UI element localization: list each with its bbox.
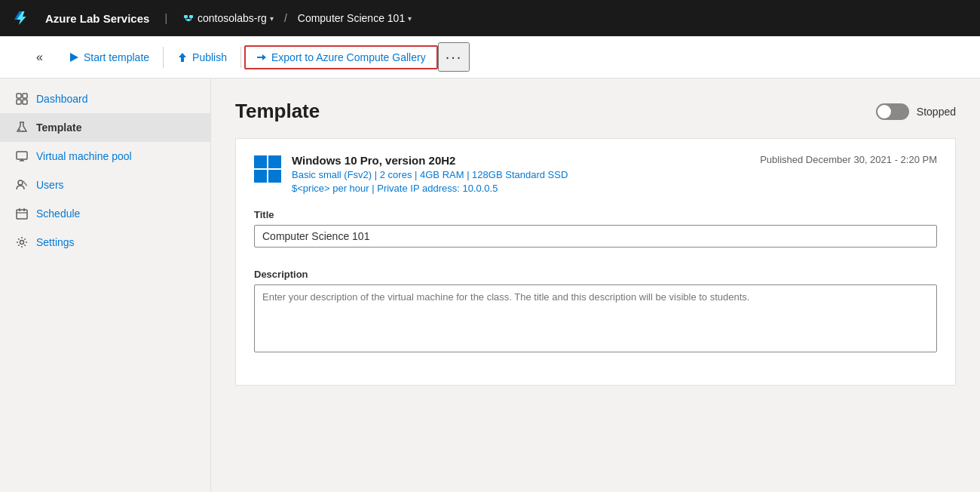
svg-rect-11 — [17, 94, 21, 98]
publish-button[interactable]: Publish — [167, 47, 237, 68]
schedule-icon — [15, 207, 29, 220]
sidebar-item-template[interactable]: Template — [0, 113, 210, 142]
breadcrumb-resource-group[interactable]: contosolabs-rg ▾ — [182, 12, 274, 24]
sidebar-vm-pool-label: Virtual machine pool — [36, 150, 132, 162]
toolbar-divider-2 — [240, 47, 241, 68]
svg-point-25 — [20, 241, 24, 244]
svg-point-15 — [19, 129, 20, 131]
toolbar-divider-1 — [163, 47, 164, 68]
title-label: Title — [254, 209, 937, 220]
dashboard-icon — [15, 92, 29, 106]
sidebar-item-users[interactable]: Users — [0, 171, 210, 199]
svg-rect-28 — [254, 170, 267, 183]
svg-rect-14 — [23, 100, 27, 104]
export-icon — [256, 52, 267, 63]
svg-rect-17 — [17, 152, 27, 159]
export-label: Export to Azure Compute Gallery — [271, 51, 426, 63]
resource-group-chevron-icon: ▾ — [270, 14, 274, 23]
publish-label: Publish — [192, 51, 227, 63]
sidebar-item-vm-pool[interactable]: Virtual machine pool — [0, 142, 210, 171]
main-layout: Dashboard Template V — [0, 78, 980, 492]
more-options-button[interactable]: ··· — [438, 42, 470, 72]
title-section: Title — [254, 209, 937, 260]
content-header: Template Stopped — [235, 100, 956, 123]
sidebar-dashboard-label: Dashboard — [36, 93, 88, 105]
breadcrumb-lab[interactable]: Computer Science 101 ▾ — [298, 12, 412, 24]
svg-rect-29 — [268, 170, 281, 183]
content-area: Template Stopped Windows 10 Pro, version — [211, 78, 980, 492]
svg-rect-21 — [17, 210, 27, 219]
description-section: Description — [254, 269, 937, 355]
publish-icon — [177, 52, 188, 63]
sidebar-template-label: Template — [36, 121, 81, 134]
svg-point-16 — [22, 131, 23, 132]
svg-marker-7 — [70, 53, 78, 62]
vm-specs: Basic small (Fsv2) | 2 cores | 4GB RAM |… — [292, 169, 749, 180]
start-template-icon — [69, 52, 79, 63]
page-title: Template — [235, 100, 320, 123]
svg-marker-10 — [262, 54, 266, 60]
lab-name-label: Computer Science 101 — [298, 12, 405, 24]
start-template-button[interactable]: Start template — [58, 47, 160, 68]
vm-name: Windows 10 Pro, version 20H2 — [292, 154, 749, 167]
topbar: Azure Lab Services | contosolabs-rg ▾ / … — [0, 0, 980, 36]
vm-status-toggle[interactable] — [876, 103, 909, 120]
windows-logo-icon — [254, 155, 281, 183]
lab-chevron-icon: ▾ — [408, 14, 412, 23]
sidebar-item-settings[interactable]: Settings — [0, 228, 210, 257]
title-input[interactable] — [254, 225, 937, 248]
description-label: Description — [254, 269, 937, 280]
description-textarea[interactable] — [254, 284, 937, 352]
resource-group-icon — [182, 12, 194, 24]
sidebar-settings-label: Settings — [36, 236, 75, 248]
svg-rect-0 — [184, 15, 188, 18]
vm-info-row: Windows 10 Pro, version 20H2 Basic small… — [254, 154, 937, 194]
sidebar-item-dashboard[interactable]: Dashboard — [0, 85, 210, 113]
export-to-gallery-button[interactable]: Export to Azure Compute Gallery — [244, 45, 438, 69]
vm-details: Windows 10 Pro, version 20H2 Basic small… — [292, 154, 749, 194]
sidebar-schedule-label: Schedule — [36, 208, 80, 220]
sidebar-item-schedule[interactable]: Schedule — [0, 199, 210, 228]
svg-rect-26 — [254, 155, 267, 168]
svg-rect-1 — [189, 15, 193, 18]
vm-price: $<price> per hour | Private IP address: … — [292, 183, 749, 194]
template-icon — [15, 121, 29, 134]
svg-rect-9 — [257, 57, 263, 58]
app-title: Azure Lab Services — [45, 12, 149, 25]
svg-rect-12 — [23, 94, 27, 98]
toolbar: « Start template Publish Export to Azure… — [0, 36, 980, 78]
status-label: Stopped — [917, 106, 956, 118]
vm-card: Windows 10 Pro, version 20H2 Basic small… — [235, 138, 956, 386]
azure-logo-icon — [12, 9, 30, 27]
svg-point-20 — [18, 180, 23, 185]
start-template-label: Start template — [84, 51, 149, 63]
settings-icon — [15, 235, 29, 249]
sidebar-users-label: Users — [36, 179, 64, 191]
vm-published-date: Published December 30, 2021 - 2:20 PM — [760, 154, 937, 165]
vm-pool-icon — [15, 149, 29, 163]
sidebar: Dashboard Template V — [0, 78, 211, 492]
status-toggle-area: Stopped — [876, 103, 956, 120]
sidebar-collapse-button[interactable]: « — [36, 51, 43, 64]
resource-group-label: contosolabs-rg — [198, 12, 267, 24]
topbar-separator-1: | — [164, 12, 167, 24]
users-icon — [15, 178, 29, 192]
breadcrumb-slash: / — [284, 12, 287, 24]
breadcrumb: contosolabs-rg ▾ / Computer Science 101 … — [182, 12, 412, 24]
svg-marker-8 — [179, 53, 186, 62]
more-options-icon: ··· — [446, 48, 463, 66]
svg-rect-13 — [17, 100, 21, 104]
svg-rect-27 — [268, 155, 281, 168]
toggle-knob — [877, 105, 891, 118]
